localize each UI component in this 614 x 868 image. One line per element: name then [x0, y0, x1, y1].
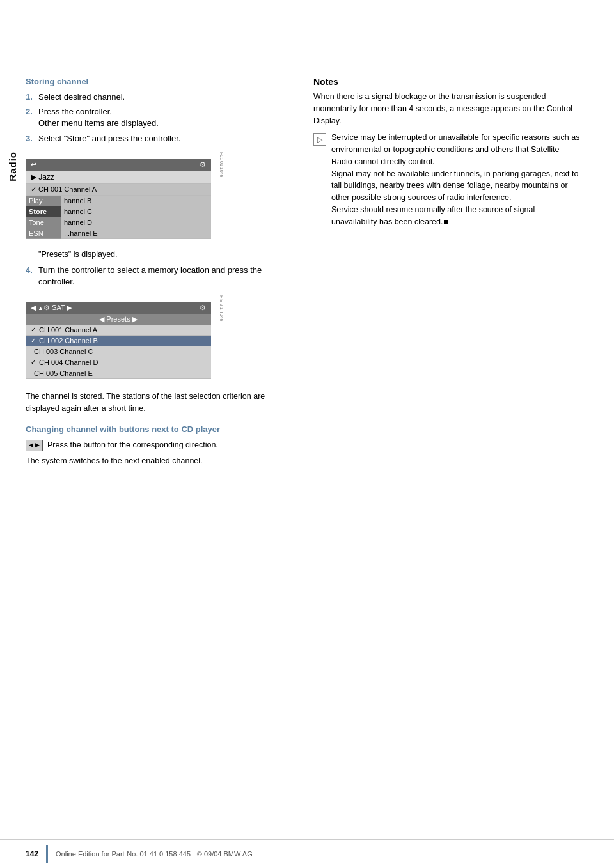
- screen2-mockup: ◀ ▲⚙ SAT ▶ ⚙ ◀ Presets ▶ ✓ CH 001 Channe…: [26, 302, 211, 379]
- step-3: 3. Select "Store" and press the controll…: [26, 133, 288, 144]
- screen1-side-text: F01 01 1046: [219, 152, 224, 177]
- screen1-jazz-row: ▶ Jazz: [26, 171, 211, 184]
- page-number: 142: [26, 849, 38, 858]
- menu-tone: Tone: [26, 217, 61, 228]
- screen1-header: ↩ ⚙: [26, 159, 211, 171]
- step-1-text: Select desired channel.: [38, 91, 288, 103]
- screen2-ch005: CH 005 Channel E: [26, 368, 211, 379]
- screen2-ch001: ✓ CH 001 Channel A: [26, 325, 211, 336]
- step-2-number: 2.: [26, 106, 38, 129]
- changing-text2: The system switches to the next enabled …: [26, 455, 288, 467]
- footer-divider: [46, 845, 48, 863]
- ch002-check: ✓: [31, 337, 36, 344]
- main-content: Storing channel 1. Select desired channe…: [26, 77, 582, 471]
- screen1-hannel-c: hannel C: [61, 206, 211, 217]
- left-column: Storing channel 1. Select desired channe…: [26, 77, 307, 471]
- changing-text1: ◀ ▶ Press the button for the correspondi…: [26, 439, 288, 451]
- ch002-text: CH 002 Channel B: [39, 337, 98, 345]
- nav-button: ◀ ▶: [26, 440, 43, 451]
- screen1-settings-icon: ⚙: [200, 160, 206, 169]
- ch001-check: ✓: [31, 326, 36, 333]
- notes-title: Notes: [313, 77, 582, 87]
- step-1-number: 1.: [26, 91, 38, 103]
- note2-text: Service may be interrupted or unavailabl…: [331, 132, 582, 228]
- caption1: "Presets" is displayed.: [38, 249, 288, 261]
- page-container: Radio Storing channel 1. Select desired …: [0, 0, 614, 868]
- service-icon: ▷: [313, 133, 326, 146]
- step-3-text: Select "Store" and press the controller.: [38, 133, 288, 144]
- menu-play: Play: [26, 196, 61, 206]
- changing-channel-title: Changing channel with buttons next to CD…: [26, 424, 288, 434]
- screen1-overlay-row: ✓ CH 001 Channel A: [26, 184, 211, 196]
- footer: 142 Online Edition for Part-No. 01 41 0 …: [0, 839, 614, 868]
- step-4: 4. Turn the controller to select a memor…: [26, 265, 288, 288]
- ch001-text: CH 001 Channel A: [39, 326, 97, 334]
- screen1-menu-col: Play Store Tone ESN: [26, 196, 61, 239]
- screen1-channels-col: hannel B hannel C hannel D ...hannel E: [61, 196, 211, 239]
- changing-channel-section: Changing channel with buttons next to CD…: [26, 424, 288, 467]
- screen1-hannel-d: hannel D: [61, 217, 211, 228]
- screen2-wrapper: ◀ ▲⚙ SAT ▶ ⚙ ◀ Presets ▶ ✓ CH 001 Channe…: [26, 295, 211, 385]
- screen1-jazz-label: ▶ Jazz: [31, 173, 54, 182]
- sidebar-radio-label: Radio: [0, 102, 24, 230]
- caption2: The channel is stored. The stations of t…: [26, 391, 288, 415]
- ch004-check: ✓: [31, 359, 36, 366]
- ch005-text: CH 005 Channel E: [34, 369, 93, 377]
- storing-channel-title: Storing channel: [26, 77, 288, 86]
- screen2-ch002: ✓ CH 002 Channel B: [26, 336, 211, 346]
- screen1-hannel-b: hannel B: [61, 196, 211, 206]
- screen1-mockup: ↩ ⚙ ▶ Jazz ✓ CH 001 Channel A: [26, 159, 211, 239]
- step-3-number: 3.: [26, 133, 38, 144]
- step4-list: 4. Turn the controller to select a memor…: [26, 265, 288, 288]
- right-column: Notes When there is a signal blockage or…: [307, 77, 582, 471]
- screen2-settings-icon: ⚙: [200, 304, 206, 312]
- ch003-text: CH 003 Channel C: [34, 348, 93, 355]
- screen1-back-icon: ↩: [31, 160, 36, 169]
- end-marker: [444, 220, 448, 224]
- screen1-wrapper: ↩ ⚙ ▶ Jazz ✓ CH 001 Channel A: [26, 152, 211, 245]
- steps-list: 1. Select desired channel. 2. Press the …: [26, 91, 288, 144]
- menu-store: Store: [26, 206, 61, 217]
- note2-row: ▷ Service may be interrupted or unavaila…: [313, 132, 582, 228]
- checkmark-icon: ✓: [31, 185, 36, 194]
- presets-label: ◀ Presets ▶: [99, 315, 137, 323]
- screen2-ch004: ✓ CH 004 Channel D: [26, 357, 211, 368]
- screen2-side-text: F E 2 1 T046: [219, 295, 224, 321]
- ch001-label: CH 001 Channel A: [38, 185, 97, 193]
- note1-text: When there is a signal blockage or the t…: [313, 91, 582, 127]
- footer-copyright: Online Edition for Part-No. 01 41 0 158 …: [56, 850, 253, 858]
- screen1-hannel-e: ...hannel E: [61, 228, 211, 239]
- screen2-presets-row: ◀ Presets ▶: [26, 314, 211, 325]
- step-2-text: Press the controller.Other menu items ar…: [38, 106, 288, 129]
- screen1-ch001: ✓ CH 001 Channel A: [26, 184, 211, 195]
- screen1-menu-overlay: Play Store Tone ESN hannel B hannel C ha…: [26, 196, 211, 239]
- screen2-nav: ◀ ▲⚙ SAT ▶: [31, 304, 72, 312]
- step-2: 2. Press the controller.Other menu items…: [26, 106, 288, 129]
- screen2-ch003: CH 003 Channel C: [26, 346, 211, 357]
- ch004-text: CH 004 Channel D: [39, 359, 98, 366]
- screen2-header: ◀ ▲⚙ SAT ▶ ⚙: [26, 302, 211, 314]
- step-1: 1. Select desired channel.: [26, 91, 288, 103]
- step-4-text: Turn the controller to select a memory l…: [38, 265, 288, 288]
- menu-esn: ESN: [26, 228, 61, 239]
- step-4-number: 4.: [26, 265, 38, 288]
